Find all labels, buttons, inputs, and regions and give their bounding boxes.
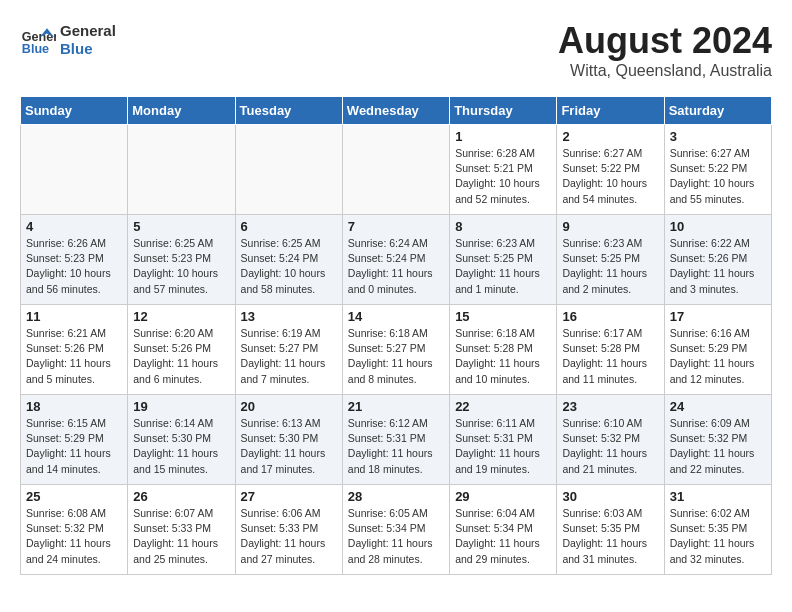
calendar-cell xyxy=(21,125,128,215)
calendar-week-4: 18Sunrise: 6:15 AM Sunset: 5:29 PM Dayli… xyxy=(21,395,772,485)
cell-info: Sunrise: 6:25 AM Sunset: 5:23 PM Dayligh… xyxy=(133,236,229,297)
cell-info: Sunrise: 6:09 AM Sunset: 5:32 PM Dayligh… xyxy=(670,416,766,477)
cell-info: Sunrise: 6:19 AM Sunset: 5:27 PM Dayligh… xyxy=(241,326,337,387)
calendar-week-3: 11Sunrise: 6:21 AM Sunset: 5:26 PM Dayli… xyxy=(21,305,772,395)
calendar-cell: 10Sunrise: 6:22 AM Sunset: 5:26 PM Dayli… xyxy=(664,215,771,305)
calendar-week-1: 1Sunrise: 6:28 AM Sunset: 5:21 PM Daylig… xyxy=(21,125,772,215)
cell-info: Sunrise: 6:18 AM Sunset: 5:28 PM Dayligh… xyxy=(455,326,551,387)
cell-info: Sunrise: 6:24 AM Sunset: 5:24 PM Dayligh… xyxy=(348,236,444,297)
calendar-cell: 29Sunrise: 6:04 AM Sunset: 5:34 PM Dayli… xyxy=(450,485,557,575)
day-number: 14 xyxy=(348,309,444,324)
cell-info: Sunrise: 6:07 AM Sunset: 5:33 PM Dayligh… xyxy=(133,506,229,567)
day-number: 26 xyxy=(133,489,229,504)
cell-info: Sunrise: 6:23 AM Sunset: 5:25 PM Dayligh… xyxy=(455,236,551,297)
day-number: 3 xyxy=(670,129,766,144)
day-number: 15 xyxy=(455,309,551,324)
header-day-sunday: Sunday xyxy=(21,97,128,125)
calendar-cell: 31Sunrise: 6:02 AM Sunset: 5:35 PM Dayli… xyxy=(664,485,771,575)
calendar-cell: 3Sunrise: 6:27 AM Sunset: 5:22 PM Daylig… xyxy=(664,125,771,215)
month-year-title: August 2024 xyxy=(558,20,772,62)
svg-text:Blue: Blue xyxy=(22,42,49,56)
calendar-cell: 9Sunrise: 6:23 AM Sunset: 5:25 PM Daylig… xyxy=(557,215,664,305)
cell-info: Sunrise: 6:10 AM Sunset: 5:32 PM Dayligh… xyxy=(562,416,658,477)
cell-info: Sunrise: 6:22 AM Sunset: 5:26 PM Dayligh… xyxy=(670,236,766,297)
cell-info: Sunrise: 6:08 AM Sunset: 5:32 PM Dayligh… xyxy=(26,506,122,567)
day-number: 25 xyxy=(26,489,122,504)
calendar-header: SundayMondayTuesdayWednesdayThursdayFrid… xyxy=(21,97,772,125)
cell-info: Sunrise: 6:14 AM Sunset: 5:30 PM Dayligh… xyxy=(133,416,229,477)
header-row: SundayMondayTuesdayWednesdayThursdayFrid… xyxy=(21,97,772,125)
cell-info: Sunrise: 6:18 AM Sunset: 5:27 PM Dayligh… xyxy=(348,326,444,387)
logo-line1: General xyxy=(60,22,116,40)
cell-info: Sunrise: 6:20 AM Sunset: 5:26 PM Dayligh… xyxy=(133,326,229,387)
day-number: 19 xyxy=(133,399,229,414)
calendar-cell: 15Sunrise: 6:18 AM Sunset: 5:28 PM Dayli… xyxy=(450,305,557,395)
calendar-cell: 18Sunrise: 6:15 AM Sunset: 5:29 PM Dayli… xyxy=(21,395,128,485)
calendar-cell: 25Sunrise: 6:08 AM Sunset: 5:32 PM Dayli… xyxy=(21,485,128,575)
calendar-table: SundayMondayTuesdayWednesdayThursdayFrid… xyxy=(20,96,772,575)
calendar-cell: 13Sunrise: 6:19 AM Sunset: 5:27 PM Dayli… xyxy=(235,305,342,395)
location-subtitle: Witta, Queensland, Australia xyxy=(558,62,772,80)
header-day-wednesday: Wednesday xyxy=(342,97,449,125)
header-day-thursday: Thursday xyxy=(450,97,557,125)
header-day-monday: Monday xyxy=(128,97,235,125)
cell-info: Sunrise: 6:27 AM Sunset: 5:22 PM Dayligh… xyxy=(670,146,766,207)
day-number: 17 xyxy=(670,309,766,324)
day-number: 10 xyxy=(670,219,766,234)
day-number: 18 xyxy=(26,399,122,414)
calendar-cell: 17Sunrise: 6:16 AM Sunset: 5:29 PM Dayli… xyxy=(664,305,771,395)
calendar-cell: 1Sunrise: 6:28 AM Sunset: 5:21 PM Daylig… xyxy=(450,125,557,215)
day-number: 5 xyxy=(133,219,229,234)
calendar-cell: 6Sunrise: 6:25 AM Sunset: 5:24 PM Daylig… xyxy=(235,215,342,305)
day-number: 4 xyxy=(26,219,122,234)
calendar-cell: 23Sunrise: 6:10 AM Sunset: 5:32 PM Dayli… xyxy=(557,395,664,485)
day-number: 23 xyxy=(562,399,658,414)
calendar-cell: 2Sunrise: 6:27 AM Sunset: 5:22 PM Daylig… xyxy=(557,125,664,215)
cell-info: Sunrise: 6:27 AM Sunset: 5:22 PM Dayligh… xyxy=(562,146,658,207)
cell-info: Sunrise: 6:23 AM Sunset: 5:25 PM Dayligh… xyxy=(562,236,658,297)
page-header: General Blue General Blue August 2024 Wi… xyxy=(20,20,772,80)
calendar-cell: 4Sunrise: 6:26 AM Sunset: 5:23 PM Daylig… xyxy=(21,215,128,305)
logo-icon: General Blue xyxy=(20,21,56,57)
day-number: 9 xyxy=(562,219,658,234)
calendar-cell xyxy=(342,125,449,215)
title-block: August 2024 Witta, Queensland, Australia xyxy=(558,20,772,80)
day-number: 16 xyxy=(562,309,658,324)
calendar-cell: 21Sunrise: 6:12 AM Sunset: 5:31 PM Dayli… xyxy=(342,395,449,485)
day-number: 29 xyxy=(455,489,551,504)
cell-info: Sunrise: 6:28 AM Sunset: 5:21 PM Dayligh… xyxy=(455,146,551,207)
calendar-week-2: 4Sunrise: 6:26 AM Sunset: 5:23 PM Daylig… xyxy=(21,215,772,305)
calendar-cell: 5Sunrise: 6:25 AM Sunset: 5:23 PM Daylig… xyxy=(128,215,235,305)
cell-info: Sunrise: 6:15 AM Sunset: 5:29 PM Dayligh… xyxy=(26,416,122,477)
calendar-cell: 16Sunrise: 6:17 AM Sunset: 5:28 PM Dayli… xyxy=(557,305,664,395)
day-number: 6 xyxy=(241,219,337,234)
cell-info: Sunrise: 6:04 AM Sunset: 5:34 PM Dayligh… xyxy=(455,506,551,567)
calendar-cell: 30Sunrise: 6:03 AM Sunset: 5:35 PM Dayli… xyxy=(557,485,664,575)
cell-info: Sunrise: 6:03 AM Sunset: 5:35 PM Dayligh… xyxy=(562,506,658,567)
calendar-cell: 12Sunrise: 6:20 AM Sunset: 5:26 PM Dayli… xyxy=(128,305,235,395)
calendar-cell: 24Sunrise: 6:09 AM Sunset: 5:32 PM Dayli… xyxy=(664,395,771,485)
calendar-cell: 22Sunrise: 6:11 AM Sunset: 5:31 PM Dayli… xyxy=(450,395,557,485)
day-number: 22 xyxy=(455,399,551,414)
calendar-cell: 7Sunrise: 6:24 AM Sunset: 5:24 PM Daylig… xyxy=(342,215,449,305)
day-number: 30 xyxy=(562,489,658,504)
calendar-cell: 28Sunrise: 6:05 AM Sunset: 5:34 PM Dayli… xyxy=(342,485,449,575)
calendar-cell: 27Sunrise: 6:06 AM Sunset: 5:33 PM Dayli… xyxy=(235,485,342,575)
calendar-cell: 20Sunrise: 6:13 AM Sunset: 5:30 PM Dayli… xyxy=(235,395,342,485)
cell-info: Sunrise: 6:25 AM Sunset: 5:24 PM Dayligh… xyxy=(241,236,337,297)
cell-info: Sunrise: 6:16 AM Sunset: 5:29 PM Dayligh… xyxy=(670,326,766,387)
day-number: 7 xyxy=(348,219,444,234)
calendar-body: 1Sunrise: 6:28 AM Sunset: 5:21 PM Daylig… xyxy=(21,125,772,575)
calendar-cell: 14Sunrise: 6:18 AM Sunset: 5:27 PM Dayli… xyxy=(342,305,449,395)
cell-info: Sunrise: 6:12 AM Sunset: 5:31 PM Dayligh… xyxy=(348,416,444,477)
cell-info: Sunrise: 6:26 AM Sunset: 5:23 PM Dayligh… xyxy=(26,236,122,297)
cell-info: Sunrise: 6:13 AM Sunset: 5:30 PM Dayligh… xyxy=(241,416,337,477)
cell-info: Sunrise: 6:11 AM Sunset: 5:31 PM Dayligh… xyxy=(455,416,551,477)
day-number: 2 xyxy=(562,129,658,144)
calendar-cell xyxy=(128,125,235,215)
cell-info: Sunrise: 6:17 AM Sunset: 5:28 PM Dayligh… xyxy=(562,326,658,387)
calendar-week-5: 25Sunrise: 6:08 AM Sunset: 5:32 PM Dayli… xyxy=(21,485,772,575)
calendar-cell: 19Sunrise: 6:14 AM Sunset: 5:30 PM Dayli… xyxy=(128,395,235,485)
logo: General Blue General Blue xyxy=(20,20,116,58)
header-day-tuesday: Tuesday xyxy=(235,97,342,125)
